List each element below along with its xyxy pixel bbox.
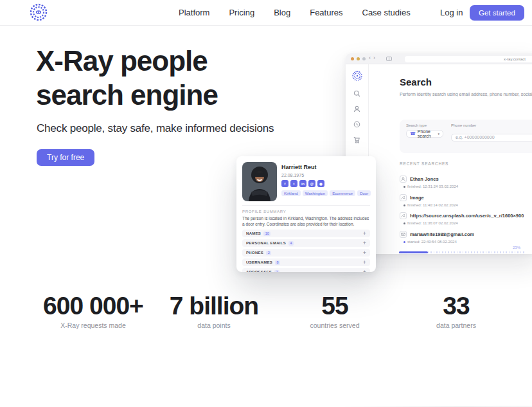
nav-item-blog[interactable]: Blog (274, 8, 290, 17)
section-row-addresses[interactable]: ADDRESSES 2 + (242, 268, 370, 272)
profile-tag[interactable]: Door (357, 190, 371, 196)
profile-tag[interactable]: Washington (303, 190, 328, 196)
recent-search-title: Image (410, 195, 424, 201)
history-icon[interactable] (353, 121, 360, 128)
profile-summary-text: The person is located in Kirkland, Washi… (242, 216, 370, 227)
profile-name: Harriett Reut (281, 164, 317, 170)
browser-chrome-bar: ‹› x-ray.contact (346, 53, 532, 64)
count-badge: 10 (263, 231, 270, 236)
search-icon[interactable] (353, 90, 360, 97)
page-title: X-Ray people search engine (36, 44, 218, 112)
search-page-description: Perform identity search using email addr… (400, 92, 532, 96)
landing-page: Platform Pricing Blog Features Case stud… (0, 0, 532, 407)
profile-tag[interactable]: Kirkland (281, 190, 301, 196)
get-started-button[interactable]: Get started (470, 5, 524, 21)
mail-icon (400, 231, 407, 238)
expand-plus-icon[interactable]: + (363, 269, 366, 273)
count-badge: 2 (266, 251, 271, 255)
search-type-label: Search type (406, 123, 443, 127)
expand-plus-icon[interactable]: + (363, 231, 366, 237)
expand-plus-icon[interactable]: + (363, 240, 366, 246)
search-type-value: Phone search (418, 129, 436, 138)
recent-search-item[interactable]: https://source.unsplash.com/user/c_v_r/1… (400, 212, 532, 225)
user-icon[interactable] (353, 105, 360, 113)
cart-icon[interactable] (353, 136, 360, 143)
instagram-icon[interactable]: ◉ (317, 180, 324, 187)
recent-search-title: https://source.unsplash.com/user/c_v_r/1… (410, 213, 524, 219)
site-header: Platform Pricing Blog Features Case stud… (0, 0, 532, 26)
browser-url-bar[interactable]: x-ray.contact (405, 56, 532, 62)
section-row-personal-emails[interactable]: PERSONAL EMAILS 4 + (242, 239, 370, 247)
brand-logo-icon[interactable] (30, 3, 48, 21)
app-logo-icon[interactable] (352, 71, 362, 81)
phone-icon: ☎ (410, 131, 416, 136)
search-progress-label: 23% (513, 246, 520, 249)
stat-label: data partners (436, 321, 476, 329)
status-dot (403, 222, 405, 224)
chevron-down-icon: ▾ (438, 132, 439, 136)
nav-item-features[interactable]: Features (310, 8, 342, 17)
browser-nav-arrows[interactable]: ‹› (369, 55, 378, 61)
profile-photo (242, 162, 277, 201)
user-icon (400, 176, 407, 183)
profile-tag[interactable]: Ecommerce (330, 190, 355, 196)
recent-search-status: finished: 11:40:14 02.02.2024 (403, 203, 532, 207)
search-progress-bar: 23% (399, 251, 526, 253)
linkedin-icon[interactable]: in (299, 180, 306, 187)
window-traffic-lights (351, 57, 366, 60)
page-title-line-1: X-Ray people (36, 45, 208, 77)
recent-search-status: finished: 12:31:24 03.02.2024 (403, 185, 532, 188)
search-progress-fill (399, 251, 428, 253)
facebook-icon[interactable]: f (281, 180, 288, 187)
status-dot (403, 204, 405, 206)
sidebar-toggle-icon[interactable] (386, 57, 392, 61)
nav-item-pricing[interactable]: Pricing (229, 8, 254, 17)
hero-subtitle: Check people, stay safe, make informed d… (37, 122, 274, 135)
recent-search-title: Ethan Jones (410, 176, 439, 182)
phone-number-label: Phone number (451, 123, 532, 127)
mail-icon[interactable]: @ (308, 180, 315, 187)
stat-partners: 33 data partners (436, 291, 476, 329)
recent-search-item[interactable]: Ethan Jones finished: 12:31:24 03.02.202… (400, 176, 532, 188)
recent-search-status: started: 22:40:54 08.02.2024 (403, 240, 532, 244)
search-type-field: Search type ☎ Phone search ▾ (406, 123, 443, 141)
stat-countries: 55 countries served (310, 291, 359, 329)
nav-item-platform[interactable]: Platform (179, 8, 209, 17)
stat-label: X-Ray requests made (43, 321, 143, 329)
forward-icon[interactable]: › (373, 55, 378, 61)
page-title-line-2: search engine (36, 79, 218, 111)
status-dot (403, 241, 405, 243)
profile-tags: Kirkland Washington Ecommerce Door (281, 190, 371, 196)
twitter-icon[interactable]: t (290, 180, 297, 187)
status-dot (403, 186, 405, 188)
count-badge: 8 (275, 260, 280, 265)
phone-number-input[interactable] (451, 134, 532, 141)
back-icon[interactable]: ‹ (369, 55, 373, 61)
profile-social-links: f t in @ ◉ (281, 180, 324, 187)
try-for-free-button[interactable]: Try for free (37, 149, 94, 166)
profile-birth-date: 22.08.1975 (281, 173, 304, 177)
stat-value: 55 (310, 291, 359, 320)
profile-sections: NAMES 10 + PERSONAL EMAILS 4 + PHONES 2 … (242, 230, 370, 272)
expand-plus-icon[interactable]: + (363, 250, 366, 256)
count-badge: 2 (274, 270, 279, 273)
image-icon (400, 212, 407, 219)
section-row-names[interactable]: NAMES 10 + (242, 230, 370, 237)
recent-search-title: mariawhite1988@gmail.com (410, 231, 474, 237)
recent-search-item[interactable]: mariawhite1988@gmail.com started: 22:40:… (400, 231, 532, 244)
window-close-icon (351, 57, 354, 60)
main-nav: Platform Pricing Blog Features Case stud… (179, 0, 411, 25)
login-link[interactable]: Log in (440, 0, 463, 25)
section-row-usernames[interactable]: USERNAMES 8 + (242, 258, 370, 266)
count-badge: 4 (288, 241, 294, 246)
stat-value: 7 billion (170, 291, 258, 320)
search-page-heading: Search (400, 77, 432, 87)
expand-plus-icon[interactable]: + (363, 260, 366, 266)
section-row-phones[interactable]: PHONES 2 + (242, 249, 370, 257)
stat-label: countries served (310, 321, 359, 329)
stat-value: 600 000+ (43, 291, 143, 320)
recent-search-item[interactable]: Image finished: 11:40:14 02.02.2024 (400, 194, 532, 207)
recent-search-status: finished: 11:36:07 02.02.2024 (403, 221, 532, 225)
search-type-select[interactable]: ☎ Phone search ▾ (406, 130, 443, 138)
nav-item-case-studies[interactable]: Case studies (362, 8, 411, 17)
